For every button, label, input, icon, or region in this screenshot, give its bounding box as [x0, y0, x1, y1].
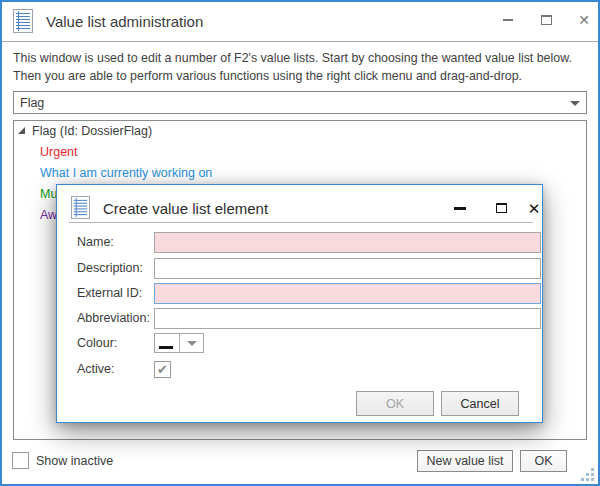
maximize-icon: [496, 203, 507, 213]
colour-label: Colour:: [77, 333, 117, 353]
description-label: Description:: [77, 258, 143, 278]
colour-dropdown-arrow-cell[interactable]: [180, 334, 203, 352]
show-inactive-checkbox[interactable]: [12, 452, 29, 469]
document-icon: [71, 196, 90, 219]
resize-grip-icon: [586, 478, 589, 481]
dialog-title: Create value list element: [103, 195, 268, 221]
active-label: Active:: [77, 359, 115, 379]
tree-item-aw[interactable]: Aw: [40, 205, 57, 225]
resize-grip-icon: [591, 473, 594, 476]
close-icon: ✕: [528, 201, 541, 216]
colour-picker-dropdown[interactable]: [154, 333, 204, 353]
tree-item-mu[interactable]: Mu: [40, 184, 57, 204]
minimize-icon: [454, 207, 466, 210]
create-value-list-element-dialog: Create value list element ✕ Name: Descri…: [56, 184, 543, 423]
colour-underline-icon: [159, 346, 173, 349]
abbreviation-field[interactable]: [154, 308, 541, 329]
value-list-administration-window: Value list administration ✕ This window …: [0, 0, 600, 486]
check-icon: ✔: [157, 363, 168, 376]
chevron-down-icon: [187, 341, 197, 346]
dialog-titlebar-separator: [69, 222, 533, 223]
maximize-icon: [541, 15, 552, 25]
show-inactive-label: Show inactive: [36, 451, 113, 470]
minimize-button[interactable]: [493, 7, 523, 33]
value-list-dropdown-value: Flag: [20, 96, 44, 110]
external-id-field[interactable]: [154, 283, 541, 304]
active-checkbox[interactable]: ✔: [154, 361, 171, 378]
dialog-maximize-button[interactable]: [486, 195, 516, 221]
dialog-minimize-button[interactable]: [445, 195, 475, 221]
chevron-down-icon: [570, 101, 580, 106]
name-label: Name:: [77, 232, 114, 252]
value-list-dropdown[interactable]: Flag: [13, 91, 587, 114]
document-icon: [13, 9, 33, 33]
new-value-list-button[interactable]: New value list: [417, 450, 513, 472]
tree-expander-icon[interactable]: [18, 127, 25, 134]
minimize-icon: [503, 19, 513, 21]
colour-swatch: [155, 334, 180, 352]
resize-grip-icon: [581, 478, 584, 481]
tree-item-urgent[interactable]: Urgent: [40, 142, 78, 162]
ok-button[interactable]: OK: [520, 450, 567, 472]
abbreviation-label: Abbreviation:: [77, 308, 150, 328]
close-button[interactable]: ✕: [569, 7, 599, 33]
close-icon: ✕: [578, 13, 590, 27]
window-description: This window is used to edit a number of …: [13, 50, 589, 85]
resize-grip-icon: [591, 468, 594, 471]
description-field[interactable]: [154, 258, 541, 279]
dialog-cancel-button[interactable]: Cancel: [441, 391, 519, 416]
tree-root-item[interactable]: Flag (Id: DossierFlag): [32, 121, 152, 141]
resize-grip-icon: [586, 473, 589, 476]
resize-grip-icon[interactable]: [591, 478, 594, 481]
window-title: Value list administration: [46, 8, 203, 34]
external-id-label: External ID:: [77, 283, 142, 303]
titlebar-separator: [2, 41, 598, 42]
maximize-button[interactable]: [531, 7, 561, 33]
dialog-close-button[interactable]: ✕: [519, 195, 549, 221]
name-field[interactable]: [154, 232, 541, 253]
dialog-ok-button[interactable]: OK: [356, 391, 434, 416]
tree-item-working-on[interactable]: What I am currently working on: [40, 163, 212, 183]
